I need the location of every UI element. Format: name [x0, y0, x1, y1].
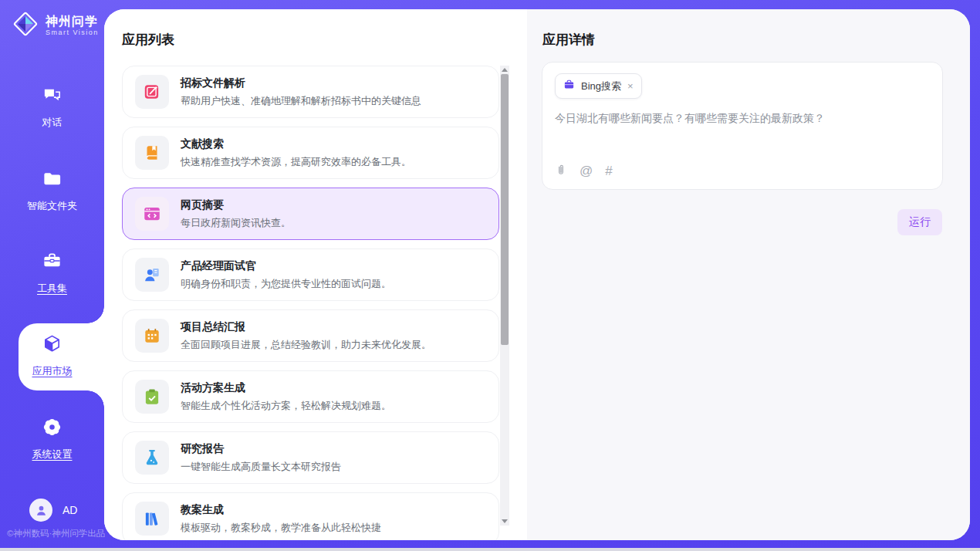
list-scrollbar[interactable] — [500, 66, 509, 526]
app-desc: 每日政府新闻资讯快查。 — [181, 216, 291, 230]
sidebar-item-app-market[interactable]: 应用市场 — [0, 333, 104, 378]
sidebar-item-label: 工具集 — [37, 282, 67, 296]
app-desc: 智能生成个性化活动方案，轻松解决规划难题。 — [181, 399, 391, 413]
sidebar-item-toolset[interactable]: 工具集 — [0, 251, 104, 296]
app-list: 招标文件解析 帮助用户快速、准确地理解和解析招标书中的关键信息 文献搜索 — [122, 66, 499, 540]
sidebar-item-label: 智能文件夹 — [27, 199, 77, 213]
cube-icon — [42, 333, 63, 357]
flask-icon — [135, 441, 169, 475]
clipboard-check-icon — [135, 380, 169, 414]
app-card-webpage-summary[interactable]: 网页摘要 每日政府新闻资讯快查。 — [122, 188, 499, 240]
run-button[interactable]: 运行 — [897, 209, 942, 235]
app-list-title: 应用列表 — [122, 31, 174, 49]
sidebar-item-label: 对话 — [42, 116, 63, 130]
app-card-research-report[interactable]: 研究报告 一键智能生成高质量长文本研究报告 — [122, 431, 499, 484]
interviewer-icon — [135, 258, 169, 292]
app-desc: 模板驱动，教案秒成，教学准备从此轻松快捷 — [181, 521, 381, 535]
app-card-literature-search[interactable]: 文献搜索 快速精准查找学术资源，提高研究效率的必备工具。 — [122, 127, 499, 179]
app-list-panel: 应用列表 招标文件解析 帮助用户快速、准确地理解和解析招标书中的关键信息 — [104, 9, 527, 540]
app-card-lesson-plan[interactable]: 教案生成 模板驱动，教案秒成，教学准备从此轻松快捷 — [122, 492, 499, 540]
app-name: 招标文件解析 — [181, 76, 421, 90]
sidebar-item-label: 应用市场 — [32, 364, 73, 378]
books-icon — [135, 502, 169, 536]
user-account[interactable]: AD — [29, 499, 77, 522]
paperclip-icon[interactable] — [555, 164, 567, 179]
brand-logo: 神州问学 Smart Vision — [11, 9, 99, 42]
sidebar-item-settings[interactable]: 系统设置 — [0, 417, 104, 461]
mention-icon[interactable]: @ — [580, 164, 593, 179]
brand-name: 神州问学 — [46, 15, 99, 29]
app-card-bid-parsing[interactable]: 招标文件解析 帮助用户快速、准确地理解和解析招标书中的关键信息 — [122, 66, 499, 118]
app-name: 研究报告 — [181, 442, 341, 456]
gear-icon — [42, 417, 63, 441]
app-card-pm-interviewer[interactable]: 产品经理面试官 明确身份和职责，为您提供专业性的面试问题。 — [122, 248, 499, 301]
attachment-toolbar: @ # — [555, 164, 613, 179]
main-content: 应用列表 招标文件解析 帮助用户快速、准确地理解和解析招标书中的关键信息 — [104, 9, 970, 540]
app-desc: 帮助用户快速、准确地理解和解析招标书中的关键信息 — [181, 94, 421, 108]
app-name: 网页摘要 — [181, 198, 291, 212]
copyright-text: ©神州数码·神州问学出品 — [7, 528, 107, 539]
app-desc: 明确身份和职责，为您提供专业性的面试问题。 — [181, 277, 391, 291]
scroll-up-arrow-icon[interactable] — [502, 68, 508, 72]
app-detail-title: 应用详情 — [542, 31, 595, 49]
close-icon[interactable]: × — [627, 81, 634, 91]
app-frame: 神州问学 Smart Vision 对话 智能文件夹 — [0, 0, 980, 548]
webpage-icon — [135, 197, 169, 231]
calendar-icon — [135, 319, 169, 353]
sidebar-item-chat[interactable]: 对话 — [0, 85, 104, 130]
scrollbar-thumb[interactable] — [501, 74, 509, 345]
sidebar: 神州问学 Smart Vision 对话 智能文件夹 — [0, 0, 104, 548]
hash-icon[interactable]: # — [605, 164, 612, 179]
toolbox-icon — [42, 251, 63, 275]
tool-tag-bing-search[interactable]: Bing搜索 × — [555, 73, 642, 99]
brand-tagline: Smart Vision — [46, 29, 99, 36]
folder-icon — [42, 168, 63, 192]
scroll-down-arrow-icon[interactable] — [502, 519, 508, 523]
avatar — [29, 499, 52, 522]
query-input[interactable]: 今日湖北有哪些新闻要点？有哪些需要关注的最新政策？ — [555, 110, 930, 127]
bid-edit-icon — [135, 75, 169, 109]
chat-icon — [42, 85, 63, 109]
app-desc: 一键智能生成高质量长文本研究报告 — [181, 460, 341, 474]
app-desc: 快速精准查找学术资源，提高研究效率的必备工具。 — [181, 155, 411, 169]
bubble-notch-top — [87, 306, 104, 323]
app-name: 教案生成 — [181, 503, 381, 517]
bubble-notch-bottom — [87, 390, 104, 407]
sidebar-item-label: 系统设置 — [32, 448, 73, 461]
tool-tag-label: Bing搜索 — [581, 79, 621, 93]
app-detail-panel: 应用详情 Bing搜索 × 今日湖北有哪些新闻要点？有哪些需要关注的最新政策？ — [527, 9, 970, 540]
book-icon — [135, 136, 169, 170]
user-initials: AD — [63, 504, 77, 516]
app-desc: 全面回顾项目进展，总结经验教训，助力未来优化发展。 — [181, 338, 431, 352]
briefcase-icon — [563, 79, 575, 93]
app-card-project-summary[interactable]: 项目总结汇报 全面回顾项目进展，总结经验教训，助力未来优化发展。 — [122, 309, 499, 362]
sidebar-item-smart-folder[interactable]: 智能文件夹 — [0, 168, 104, 213]
query-input-card[interactable]: Bing搜索 × 今日湖北有哪些新闻要点？有哪些需要关注的最新政策？ @ # — [542, 62, 943, 190]
app-name: 活动方案生成 — [181, 381, 391, 395]
app-name: 文献搜索 — [181, 137, 411, 151]
app-name: 项目总结汇报 — [181, 320, 431, 334]
prism-logo-icon — [11, 9, 40, 42]
app-card-activity-plan[interactable]: 活动方案生成 智能生成个性化活动方案，轻松解决规划难题。 — [122, 370, 499, 423]
app-name: 产品经理面试官 — [181, 259, 391, 273]
